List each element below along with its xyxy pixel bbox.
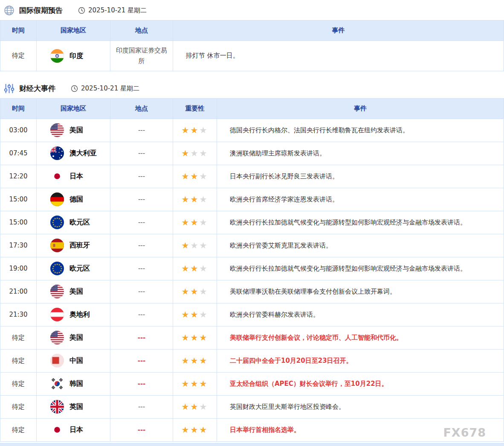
- star-empty-icon: ★: [199, 148, 208, 158]
- country-name: 西班牙: [70, 240, 90, 251]
- star-filled-icon: ★: [191, 425, 200, 435]
- star-filled-icon: ★: [191, 379, 200, 389]
- events-date-wrap: 2025-10-21 星期二: [71, 85, 139, 93]
- events-section-date: 2025-10-21 星期二: [81, 85, 139, 93]
- importance-cell: ★★★: [173, 234, 217, 257]
- importance-cell: ★★★: [173, 349, 217, 372]
- importance-cell: ★★★: [173, 326, 217, 349]
- country-name: 美国: [70, 332, 83, 343]
- event-cell: 欧洲央行行长拉加德就气候变化与能源转型如何影响宏观经济与金融市场发表讲话。: [217, 257, 504, 280]
- country-name: 奥地利: [70, 309, 90, 320]
- holiday-table: 时间 国家地区 地点 事件 待定印度印度国家证券交易所排灯节 休市一日。: [0, 20, 504, 71]
- star-filled-icon: ★: [182, 309, 191, 320]
- event-row: 待定英国---★★★英国财政大臣里夫斯举行地区投资峰会。: [0, 395, 504, 418]
- sliders-icon: [3, 83, 15, 94]
- location-cell: ---: [110, 119, 173, 142]
- flag-in-icon: [50, 49, 64, 63]
- star-filled-icon: ★: [191, 332, 200, 343]
- svg-text:★: ★: [56, 271, 58, 274]
- star-filled-icon: ★: [182, 379, 191, 389]
- country-name: 欧元区: [70, 217, 90, 228]
- event-row: 07:45澳大利亚---★★★澳洲联储助理主席琼斯发表讲话。: [0, 142, 504, 165]
- flag-at-icon: [50, 308, 64, 321]
- country-name: 日本: [70, 424, 83, 435]
- country-cell: 奥地利: [37, 303, 110, 326]
- event-cell: 美联储理事沃勒在美联储理事会支付创新会议上致开幕词。: [217, 280, 504, 303]
- flag-jp-icon: [50, 169, 64, 183]
- time-cell: 15:00: [0, 188, 37, 211]
- country-cell: 澳大利亚: [37, 142, 110, 165]
- holiday-row: 待定印度印度国家证券交易所排灯节 休市一日。: [0, 41, 504, 71]
- event-cell: 欧洲央行管委科赫尔发表讲话。: [217, 303, 504, 326]
- flag-es-icon: [50, 239, 64, 252]
- importance-cell: ★★★: [173, 280, 217, 303]
- svg-text:★: ★: [58, 271, 61, 274]
- star-empty-icon: ★: [199, 171, 208, 181]
- star-filled-icon: ★: [182, 171, 191, 181]
- star-empty-icon: ★: [199, 402, 208, 412]
- country-cell: 美国: [37, 326, 110, 349]
- star-filled-icon: ★: [191, 263, 200, 274]
- flag-us-icon: [50, 285, 64, 298]
- importance-cell: ★★★: [173, 211, 217, 234]
- star-filled-icon: ★: [182, 425, 191, 435]
- time-cell: 待定: [0, 418, 37, 441]
- location-cell: ---: [110, 326, 173, 349]
- country-cell: 美国: [37, 280, 110, 303]
- time-cell: 17:30: [0, 234, 37, 257]
- location-cell: 印度国家证券交易所: [110, 41, 173, 71]
- country-cell: 印度: [37, 41, 110, 71]
- time-cell: 15:00: [0, 211, 37, 234]
- flag-eu-icon: ★★★★★★★★★★★★: [50, 216, 64, 229]
- country-name: 澳大利亚: [70, 148, 97, 159]
- event-cell: 二十届四中全会于10月20日至23日召开。: [217, 349, 504, 372]
- event-row: 12:20日本---★★★日本央行副行长冰见野良三发表讲话。: [0, 165, 504, 188]
- event-cell: 英国财政大臣里夫斯举行地区投资峰会。: [217, 395, 504, 418]
- importance-cell: ★★★: [173, 303, 217, 326]
- holiday-section-header: 国际假期预告 2025-10-21 星期二: [0, 0, 504, 20]
- star-filled-icon: ★: [199, 425, 208, 435]
- flag-au-icon: [50, 146, 64, 160]
- flag-gb-icon: [50, 400, 64, 414]
- event-cell: 欧洲央行行长拉加德就气候变化与能源转型如何影响宏观经济与金融市场发表讲话。: [217, 211, 504, 234]
- importance-cell: ★★★: [173, 257, 217, 280]
- events-table-header-row: 时间 国家地区 地点 重要性 事件: [0, 98, 504, 119]
- star-empty-icon: ★: [199, 309, 208, 320]
- star-empty-icon: ★: [199, 125, 208, 135]
- star-filled-icon: ★: [199, 356, 208, 366]
- flag-kr-icon: [50, 377, 64, 391]
- time-cell: 21:00: [0, 280, 37, 303]
- star-filled-icon: ★: [182, 402, 191, 412]
- event-row: 待定中国---★★★二十届四中全会于10月20日至23日召开。: [0, 349, 504, 372]
- event-row: 15:00★★★★★★★★★★★★欧元区---★★★欧洲央行行长拉加德就气候变化…: [0, 211, 504, 234]
- location-cell: ---: [110, 188, 173, 211]
- watermark: FX678: [443, 426, 486, 439]
- star-filled-icon: ★: [182, 148, 191, 158]
- importance-cell: ★★★: [173, 372, 217, 395]
- holiday-table-header-row: 时间 国家地区 地点 事件: [0, 20, 504, 41]
- event-row: 17:30西班牙---★★★欧洲央行管委艾斯克里瓦发表讲话。: [0, 234, 504, 257]
- star-empty-icon: ★: [199, 263, 208, 274]
- col-importance: 重要性: [173, 98, 217, 119]
- event-cell: 美联储举行支付创新会议，讨论稳定币、人工智能和代币化。: [217, 326, 504, 349]
- country-cell: 韩国: [37, 372, 110, 395]
- star-filled-icon: ★: [199, 379, 208, 389]
- holiday-section-title: 国际假期预告: [19, 6, 63, 15]
- country-cell: ★★★★★★★★★★★★欧元区: [37, 257, 110, 280]
- time-cell: 待定: [0, 372, 37, 395]
- star-empty-icon: ★: [191, 240, 200, 251]
- flag-us-icon: [50, 123, 64, 137]
- location-cell: ---: [110, 234, 173, 257]
- country-name: 欧元区: [70, 263, 90, 274]
- country-name: 英国: [70, 401, 83, 412]
- svg-text:★: ★: [54, 217, 56, 220]
- star-filled-icon: ★: [191, 217, 200, 227]
- country-cell: ★★★★★★★★★★★★欧元区: [37, 211, 110, 234]
- star-filled-icon: ★: [191, 125, 200, 135]
- importance-cell: ★★★: [173, 165, 217, 188]
- star-empty-icon: ★: [199, 217, 208, 227]
- country-cell: 英国: [37, 395, 110, 418]
- importance-cell: ★★★: [173, 142, 217, 165]
- flag-de-icon: [50, 192, 64, 206]
- star-filled-icon: ★: [191, 402, 200, 412]
